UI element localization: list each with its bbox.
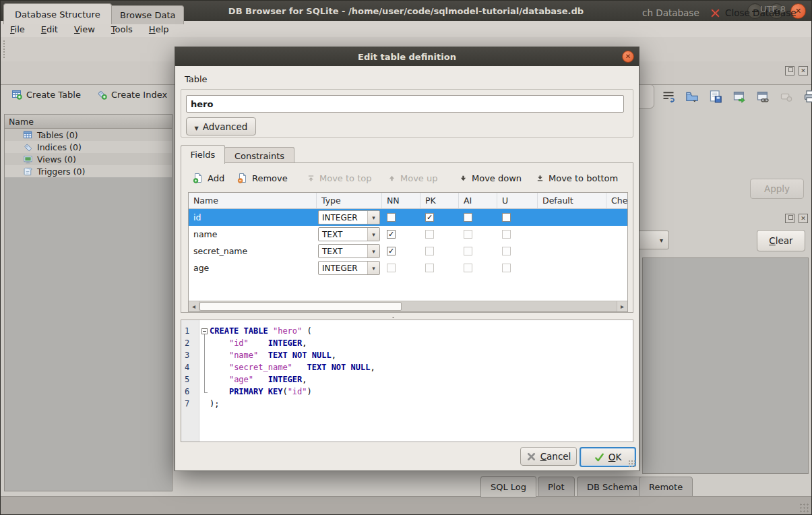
type-dropdown[interactable]: INTEGER [318, 210, 380, 224]
scroll-left-icon[interactable] [189, 301, 199, 311]
tree-item-tables[interactable]: Tables (0) [5, 129, 172, 141]
nn-checkbox[interactable] [387, 230, 396, 239]
pk-checkbox[interactable] [425, 230, 434, 239]
field-default-cell[interactable] [538, 209, 606, 226]
fold-collapse-icon[interactable] [201, 328, 208, 334]
ai-checkbox[interactable] [464, 213, 472, 222]
clear-button[interactable]: Clear [757, 230, 805, 251]
dock-float-icon[interactable] [785, 66, 794, 75]
column-header-che[interactable]: Che [606, 193, 628, 208]
column-header-pk[interactable]: PK [420, 193, 459, 208]
field-default-cell[interactable] [538, 243, 606, 260]
word-wrap-icon[interactable] [660, 87, 677, 106]
column-header-u[interactable]: U [497, 193, 538, 208]
field-name-cell[interactable]: age [189, 260, 317, 276]
scroll-right-icon[interactable] [617, 301, 627, 311]
field-check-cell[interactable] [606, 243, 628, 260]
field-name-cell[interactable]: name [189, 226, 317, 243]
menu-tools[interactable]: Tools [108, 24, 135, 35]
menu-edit[interactable]: Edit [38, 24, 61, 35]
tab-fields[interactable]: Fields [181, 145, 225, 164]
ai-checkbox[interactable] [464, 264, 472, 272]
field-name-cell[interactable]: id [189, 209, 317, 226]
field-default-cell[interactable] [538, 226, 606, 243]
nn-checkbox[interactable] [387, 264, 396, 272]
field-row-secret_name[interactable]: secret_nameTEXT [189, 243, 627, 260]
move-to-bottom-button[interactable]: Move to bottom [536, 170, 618, 186]
chevron-down-icon[interactable] [367, 262, 379, 274]
u-checkbox[interactable] [502, 230, 511, 239]
remove-button[interactable]: Remove [237, 170, 288, 186]
pk-checkbox[interactable] [425, 247, 434, 255]
apply-button[interactable]: Apply [750, 179, 804, 199]
chevron-down-icon[interactable] [367, 228, 379, 241]
column-header-name[interactable]: Name [189, 193, 317, 208]
chevron-down-icon[interactable] [367, 211, 379, 224]
open-file-icon[interactable] [683, 87, 701, 106]
dialog-close-icon[interactable] [622, 51, 634, 63]
ai-checkbox[interactable] [464, 230, 472, 239]
tree-item-triggers[interactable]: Triggers (0) [5, 165, 172, 177]
attach-icon[interactable] [754, 87, 772, 106]
dock-close-icon[interactable] [799, 214, 808, 223]
tab-constraints[interactable]: Constraints [224, 147, 294, 164]
advanced-button[interactable]: Advanced [186, 117, 256, 135]
column-header-type[interactable]: Type [317, 193, 382, 208]
execute-file-icon[interactable] [730, 87, 748, 106]
menu-file[interactable]: File [7, 24, 28, 35]
bottom-tab-sql-log[interactable]: SQL Log [480, 476, 536, 497]
create-index-button[interactable]: Create Index [96, 89, 167, 100]
field-type-cell: INTEGER [317, 260, 382, 276]
field-default-cell[interactable] [538, 260, 606, 276]
move-down-button[interactable]: Move down [459, 170, 522, 186]
tab-browse-data[interactable]: Browse Data [108, 5, 184, 24]
type-dropdown[interactable]: INTEGER [318, 261, 380, 275]
menu-help[interactable]: Help [146, 24, 172, 35]
save-file-icon[interactable] [707, 87, 724, 106]
tree-column-header[interactable]: Name [5, 115, 172, 129]
tree-item-indices[interactable]: Indices (0) [5, 141, 172, 153]
field-row-name[interactable]: nameTEXT [189, 226, 627, 243]
add-button[interactable]: Add [193, 170, 224, 186]
horizontal-scrollbar[interactable] [189, 301, 627, 311]
dialog-resize-grip[interactable] [628, 460, 636, 468]
bottom-tab-plot[interactable]: Plot [538, 477, 575, 497]
field-name-cell[interactable]: secret_name [189, 243, 317, 260]
pk-checkbox[interactable] [425, 213, 434, 222]
u-checkbox[interactable] [502, 213, 511, 222]
type-dropdown[interactable]: TEXT [318, 227, 380, 241]
column-header-default[interactable]: Default [538, 193, 606, 208]
chevron-down-icon[interactable] [367, 245, 379, 258]
column-header-nn[interactable]: NN [382, 193, 420, 208]
field-row-age[interactable]: ageINTEGER [189, 260, 627, 276]
sql-log-panel [642, 258, 809, 474]
column-header-ai[interactable]: AI [459, 193, 497, 208]
ai-checkbox[interactable] [464, 247, 472, 255]
resize-grip[interactable] [799, 503, 809, 512]
field-check-cell[interactable] [606, 226, 628, 243]
stop-icon[interactable] [778, 87, 795, 106]
pk-checkbox[interactable] [425, 264, 434, 272]
fold-guide-corner [204, 392, 208, 393]
bottom-tab-remote[interactable]: Remote [639, 477, 693, 497]
nn-checkbox[interactable] [387, 247, 396, 255]
field-check-cell[interactable] [606, 260, 628, 276]
print-icon[interactable] [801, 87, 812, 106]
menu-view[interactable]: View [71, 24, 98, 35]
nn-checkbox[interactable] [387, 213, 396, 222]
dock-close-icon[interactable] [799, 66, 808, 75]
dock-float-icon[interactable] [785, 214, 794, 223]
type-dropdown[interactable]: TEXT [318, 244, 380, 258]
field-row-id[interactable]: idINTEGER [189, 209, 627, 226]
u-checkbox[interactable] [502, 264, 511, 272]
bottom-tab-db-schema[interactable]: DB Schema [577, 477, 648, 497]
field-check-cell[interactable] [606, 209, 628, 226]
toolbar-grip[interactable] [3, 40, 6, 59]
cancel-button[interactable]: Cancel [520, 447, 577, 466]
u-checkbox[interactable] [502, 247, 511, 255]
scrollbar-thumb[interactable] [199, 302, 402, 311]
table-name-input[interactable]: hero [186, 95, 624, 113]
create-table-button[interactable]: Create Table [11, 89, 81, 100]
tree-item-views[interactable]: Views (0) [5, 153, 172, 165]
tab-database-structure[interactable]: Database Structure [3, 3, 112, 24]
